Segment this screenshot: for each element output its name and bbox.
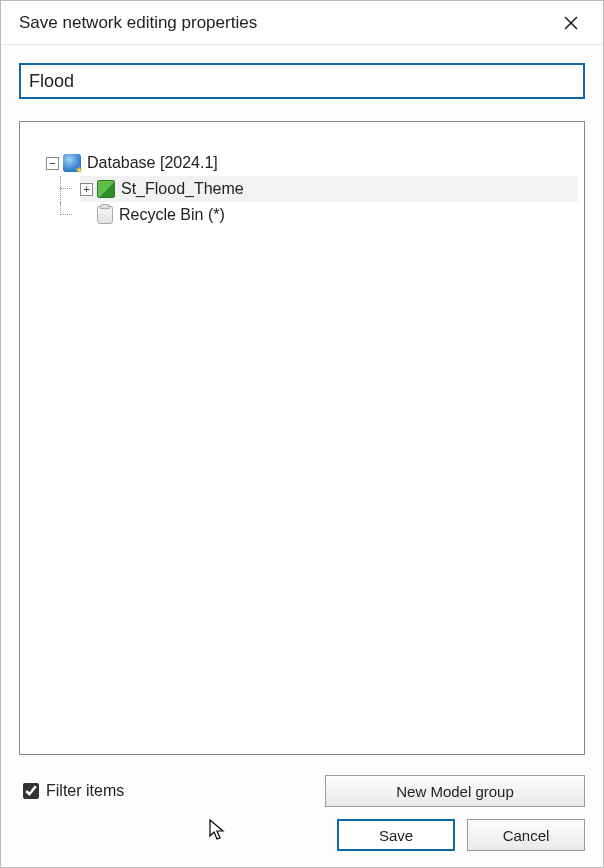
close-button[interactable] xyxy=(551,5,591,41)
titlebar: Save network editing properties xyxy=(1,1,603,45)
close-icon xyxy=(563,15,579,31)
tree-node-label: Recycle Bin (*) xyxy=(117,206,227,224)
tree-node-database[interactable]: − Database [2024.1] + St_Flood_Theme xyxy=(26,150,578,228)
name-input[interactable] xyxy=(19,63,585,99)
mouse-cursor-icon xyxy=(209,819,227,843)
tree-node-label: St_Flood_Theme xyxy=(119,180,246,198)
filter-items-label: Filter items xyxy=(46,782,124,800)
collapse-icon[interactable]: − xyxy=(46,157,59,170)
tree-view[interactable]: − Database [2024.1] + St_Flood_Theme xyxy=(19,121,585,755)
tree-node-theme[interactable]: + St_Flood_Theme xyxy=(54,176,578,202)
cancel-button[interactable]: Cancel xyxy=(467,819,585,851)
dialog-title: Save network editing properties xyxy=(19,13,551,33)
save-button[interactable]: Save xyxy=(337,819,455,851)
footer-row-2: Save Cancel xyxy=(1,813,603,867)
expand-icon[interactable]: + xyxy=(80,183,93,196)
tree-node-recycle-bin[interactable]: Recycle Bin (*) xyxy=(54,202,578,228)
database-icon xyxy=(63,154,81,172)
recycle-bin-icon xyxy=(97,206,113,224)
save-dialog: Save network editing properties − Databa… xyxy=(0,0,604,868)
dialog-content: − Database [2024.1] + St_Flood_Theme xyxy=(1,45,603,767)
new-model-group-button[interactable]: New Model group xyxy=(325,775,585,807)
footer-row-1: Filter items New Model group xyxy=(1,767,603,813)
filter-items-input[interactable] xyxy=(23,783,39,799)
tree-node-label: Database [2024.1] xyxy=(85,154,220,172)
expander-spacer xyxy=(80,209,93,222)
theme-icon xyxy=(97,180,115,198)
filter-items-checkbox[interactable]: Filter items xyxy=(19,780,124,802)
